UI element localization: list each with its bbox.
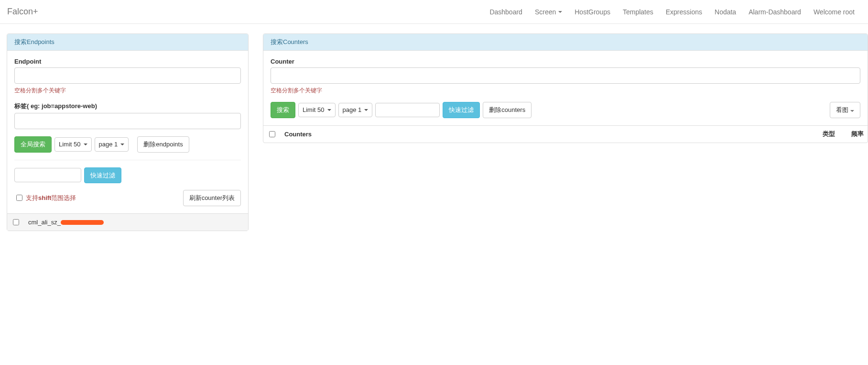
nav-dashboard-label: Dashboard <box>489 8 522 16</box>
delete-endpoints-button[interactable]: 删除endpoints <box>137 136 189 153</box>
nav-screen[interactable]: Screen <box>529 1 568 23</box>
redacted-text <box>61 220 104 225</box>
nav-screen-label: Screen <box>535 8 556 16</box>
nav-templates[interactable]: Templates <box>617 1 660 23</box>
tags-label: 标签( eg: job=appstore-web) <box>14 102 241 111</box>
counters-select-all-checkbox[interactable] <box>269 131 275 137</box>
navbar: Falcon+ Dashboard Screen HostGroups Temp… <box>0 0 868 24</box>
nav-alarm-dashboard-label: Alarm-Dashboard <box>749 8 801 16</box>
endpoint-label: Endpoint <box>14 58 241 65</box>
counter-limit-select[interactable]: Limit 50 <box>298 103 336 117</box>
endpoint-hint: 空格分割多个关键字 <box>14 87 241 95</box>
nav-welcome-label: Welcome root <box>814 8 855 16</box>
counter-label: Counter <box>271 58 860 65</box>
shift-post: 范围选择 <box>51 194 76 201</box>
global-search-button[interactable]: 全局搜索 <box>14 136 52 153</box>
nav-nodata[interactable]: Nodata <box>708 1 742 23</box>
tags-input[interactable] <box>14 113 241 129</box>
shift-pre: 支持 <box>26 194 38 201</box>
chevron-down-icon <box>558 11 562 13</box>
nav-nodata-label: Nodata <box>715 8 736 16</box>
col-type: 类型 <box>810 125 839 143</box>
nav-alarm-dashboard[interactable]: Alarm-Dashboard <box>742 1 807 23</box>
counter-limit-value: Limit 50 <box>303 106 325 113</box>
nav-hostgroups[interactable]: HostGroups <box>568 1 617 23</box>
nav-hostgroups-label: HostGroups <box>575 8 610 16</box>
endpoint-row-name: cml_ali_sz_ <box>28 219 61 226</box>
view-chart-button[interactable]: 看图 <box>830 102 860 118</box>
view-chart-label: 看图 <box>836 106 848 113</box>
counter-fast-filter-button[interactable]: 快速过滤 <box>443 102 480 118</box>
counters-panel-heading: 搜索Counters <box>263 34 868 51</box>
nav-expressions[interactable]: Expressions <box>660 1 708 23</box>
col-freq: 频率 <box>839 125 868 143</box>
endpoint-input[interactable] <box>14 67 241 84</box>
col-counters: Counters <box>281 125 810 143</box>
counters-table: Counters 类型 频率 <box>263 125 868 143</box>
endpoint-page-select[interactable]: page 1 <box>95 137 129 152</box>
endpoints-table: cml_ali_sz_ <box>7 213 248 231</box>
endpoints-panel: 搜索Endpoints Endpoint 空格分割多个关键字 标签( eg: j… <box>7 33 249 231</box>
nav-dashboard[interactable]: Dashboard <box>483 1 529 23</box>
delete-counters-button[interactable]: 删除counters <box>483 102 532 118</box>
counter-page-select[interactable]: page 1 <box>338 103 373 117</box>
counter-input[interactable] <box>271 67 860 84</box>
brand: Falcon+ <box>7 7 45 17</box>
shift-checkbox-label[interactable]: 支持shift范围选择 <box>14 193 76 202</box>
counter-filter-input[interactable] <box>375 103 440 117</box>
counters-panel: 搜索Counters Counter 空格分割多个关键字 搜索 Limit 50… <box>263 33 868 143</box>
shift-bold: shift <box>38 194 51 201</box>
refresh-counter-button[interactable]: 刷新counter列表 <box>183 190 241 206</box>
endpoint-row-checkbox[interactable] <box>13 219 19 225</box>
endpoints-panel-heading: 搜索Endpoints <box>7 34 248 51</box>
chevron-down-icon <box>850 110 854 112</box>
counter-page-value: page 1 <box>343 106 362 113</box>
shift-checkbox[interactable] <box>16 195 22 201</box>
endpoint-limit-select[interactable]: Limit 50 <box>54 137 92 152</box>
nav-right: Dashboard Screen HostGroups Templates Ex… <box>483 1 861 23</box>
endpoint-page-value: page 1 <box>99 141 118 148</box>
endpoint-filter-input[interactable] <box>14 168 81 182</box>
nav-expressions-label: Expressions <box>666 8 702 16</box>
endpoint-fast-filter-button[interactable]: 快速过滤 <box>84 167 121 184</box>
counter-hint: 空格分割多个关键字 <box>271 87 860 95</box>
nav-templates-label: Templates <box>623 8 653 16</box>
nav-welcome[interactable]: Welcome root <box>807 1 861 23</box>
counter-search-button[interactable]: 搜索 <box>271 102 295 118</box>
endpoint-limit-value: Limit 50 <box>59 141 81 148</box>
